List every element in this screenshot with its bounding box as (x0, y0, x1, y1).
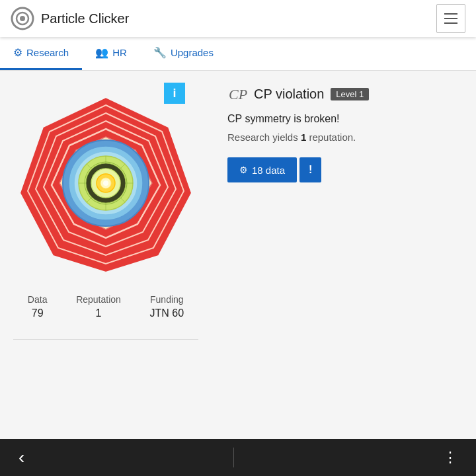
app-title: Particle Clicker (41, 11, 129, 26)
svg-text:CP: CP (229, 86, 247, 102)
gear-icon: ⚙ (239, 165, 248, 175)
bottom-bar: ‹ ⋮ (0, 439, 476, 476)
data-button[interactable]: ⚙ 18 data (227, 157, 297, 182)
research-item: CP CP violation Level 1 CP symmetry is b… (227, 84, 460, 182)
reputation-value: 1 (76, 307, 121, 319)
hamburger-line-2 (444, 18, 457, 19)
yield-amount: 1 (301, 132, 306, 143)
left-panel: i (0, 71, 212, 439)
hamburger-button[interactable] (436, 4, 465, 33)
more-button[interactable]: ⋮ (438, 444, 463, 471)
hr-tab-icon: 👥 (95, 46, 108, 59)
stat-funding: Funding JTN 60 (150, 294, 184, 319)
yield-unit: reputation. (309, 132, 356, 143)
back-button[interactable]: ‹ (13, 443, 30, 472)
svg-point-2 (20, 16, 25, 21)
research-title: CP violation (254, 87, 324, 102)
particle-visualizer[interactable] (13, 91, 198, 276)
funding-value: JTN 60 (150, 307, 184, 319)
data-value: 79 (28, 307, 48, 319)
stat-data: Data 79 (28, 294, 48, 319)
main-content: i (0, 71, 476, 439)
tab-hr[interactable]: 👥 HR (82, 37, 140, 70)
stat-reputation: Reputation 1 (76, 294, 121, 319)
info-icon: i (173, 87, 176, 100)
upgrades-tab-icon: 🔧 (153, 46, 167, 59)
bottom-divider (233, 448, 235, 467)
level-badge: Level 1 (331, 88, 369, 100)
stats-row: Data 79 Reputation 1 Funding JTN 60 (7, 294, 205, 319)
right-panel: CP CP violation Level 1 CP symmetry is b… (212, 71, 476, 439)
info-button[interactable]: i (164, 83, 185, 104)
action-row: ⚙ 18 data ! (227, 157, 460, 182)
research-item-header: CP CP violation Level 1 (227, 84, 460, 104)
more-icon: ⋮ (443, 449, 457, 465)
tab-research[interactable]: ⚙ Research (0, 37, 82, 70)
hamburger-line-3 (444, 22, 457, 24)
back-icon: ‹ (19, 447, 24, 467)
warning-button[interactable]: ! (299, 157, 321, 182)
app-bar: Particle Clicker (0, 0, 476, 37)
panel-divider (13, 339, 198, 340)
data-label: Data (28, 294, 48, 305)
research-description: CP symmetry is broken! (227, 113, 460, 125)
svg-point-24 (103, 180, 108, 186)
data-button-label: 18 data (252, 165, 285, 176)
exclamation-icon: ! (309, 164, 312, 175)
tab-upgrades[interactable]: 🔧 Upgrades (140, 37, 227, 70)
app-bar-left: Particle Clicker (11, 7, 129, 30)
funding-label: Funding (150, 294, 184, 305)
research-yield: Research yields 1 reputation. (227, 132, 460, 143)
tab-bar: ⚙ Research 👥 HR 🔧 Upgrades (0, 37, 476, 71)
yield-prefix: Research yields (227, 132, 298, 143)
tab-hr-label: HR (112, 47, 127, 58)
tab-upgrades-label: Upgrades (171, 47, 214, 58)
particle-svg (13, 91, 198, 276)
cp-violation-icon: CP (227, 84, 247, 104)
reputation-label: Reputation (76, 294, 121, 305)
tab-research-label: Research (26, 47, 69, 58)
hamburger-line-1 (444, 13, 457, 15)
app-logo (11, 7, 34, 30)
research-tab-icon: ⚙ (13, 46, 22, 59)
